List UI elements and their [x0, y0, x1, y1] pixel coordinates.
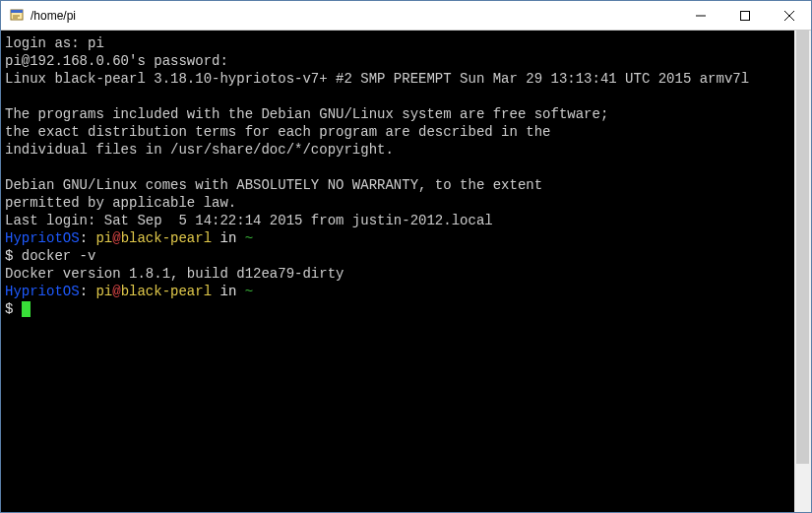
svg-rect-1	[11, 10, 23, 13]
motd-line: The programs included with the Debian GN…	[5, 106, 608, 122]
ps1-host: black-pearl	[121, 284, 212, 299]
login-user: pi	[88, 35, 104, 51]
motd-line: the exact distribution terms for each pr…	[5, 124, 551, 140]
ps1-in: in	[212, 230, 245, 246]
ps1-user: pi	[95, 230, 112, 246]
login-prompt: login as:	[5, 35, 88, 51]
ps1-at: @	[112, 230, 120, 246]
password-prompt: pi@192.168.0.60's password:	[5, 53, 228, 69]
ps1-path: ~	[245, 284, 253, 299]
minimize-button[interactable]	[678, 1, 722, 30]
maximize-button[interactable]	[722, 1, 767, 30]
close-button[interactable]	[767, 1, 811, 30]
terminal[interactable]: login as: pi pi@192.168.0.60's password:…	[1, 31, 794, 512]
scrollbar[interactable]	[794, 31, 811, 512]
ps1-in: in	[212, 284, 245, 299]
window-frame: /home/pi login as: pi pi@192.168.0.60's …	[0, 0, 812, 513]
terminal-area: login as: pi pi@192.168.0.60's password:…	[1, 31, 811, 512]
svg-rect-5	[740, 11, 749, 20]
command: docker -v	[22, 248, 96, 264]
ps1-path: ~	[245, 230, 253, 246]
app-icon	[9, 8, 25, 24]
window-title: /home/pi	[31, 9, 678, 23]
motd-line: individual files in /usr/share/doc/*/cop…	[5, 142, 394, 158]
ps1-os: HypriotOS	[5, 230, 80, 246]
titlebar[interactable]: /home/pi	[1, 1, 811, 31]
window-controls	[678, 1, 811, 30]
ps1-sep: :	[80, 284, 96, 299]
prompt-symbol: $	[5, 248, 22, 264]
motd-line: Linux black-pearl 3.18.10-hypriotos-v7+ …	[5, 71, 749, 87]
ps1-sep: :	[80, 230, 96, 246]
motd-line: Debian GNU/Linux comes with ABSOLUTELY N…	[5, 177, 542, 193]
prompt-symbol: $	[5, 301, 22, 317]
command-output: Docker version 1.8.1, build d12ea79-dirt…	[5, 266, 344, 282]
motd-line: permitted by applicable law.	[5, 195, 236, 211]
cursor-icon	[22, 301, 31, 317]
ps1-host: black-pearl	[121, 230, 212, 246]
scrollbar-thumb[interactable]	[796, 31, 809, 464]
ps1-at: @	[112, 284, 120, 299]
last-login: Last login: Sat Sep 5 14:22:14 2015 from…	[5, 213, 493, 228]
ps1-user: pi	[95, 284, 112, 299]
ps1-os: HypriotOS	[5, 284, 80, 299]
